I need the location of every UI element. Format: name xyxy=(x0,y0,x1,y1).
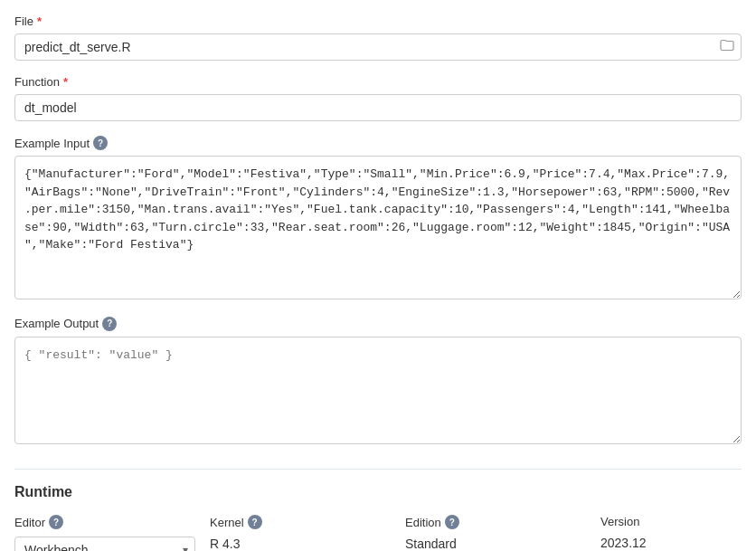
editor-select-wrapper: Workbench Jupyter VS Code ▾ xyxy=(14,537,195,551)
version-value: 2023.12 xyxy=(600,536,742,550)
editor-help-icon[interactable]: ? xyxy=(49,515,63,529)
edition-col-label: Edition ? xyxy=(405,515,586,529)
kernel-col: Kernel ? R 4.3 xyxy=(210,515,391,551)
kernel-help-icon[interactable]: ? xyxy=(248,515,262,529)
edition-help-icon[interactable]: ? xyxy=(445,515,459,529)
edition-value: Standard xyxy=(405,537,586,551)
editor-select[interactable]: Workbench Jupyter VS Code xyxy=(14,537,195,551)
editor-label-text: Editor xyxy=(14,516,45,529)
editor-col-label: Editor ? xyxy=(14,515,195,529)
example-input-help-icon[interactable]: ? xyxy=(93,136,108,150)
function-input[interactable] xyxy=(14,94,742,121)
function-field-group: Function * xyxy=(14,75,742,121)
folder-icon[interactable] xyxy=(720,39,734,56)
kernel-label-text: Kernel xyxy=(210,516,244,529)
version-col: Version 2023.12 xyxy=(600,515,742,550)
example-output-help-icon[interactable]: ? xyxy=(102,317,117,331)
editor-col: Editor ? Workbench Jupyter VS Code ▾ xyxy=(14,515,195,551)
example-input-label: Example Input ? xyxy=(14,136,742,150)
example-output-label-text: Example Output xyxy=(14,317,99,330)
edition-col: Edition ? Standard xyxy=(405,515,586,551)
runtime-title: Runtime xyxy=(14,484,742,500)
runtime-section: Runtime Editor ? Workbench Jupyter VS Co… xyxy=(14,469,742,551)
file-input[interactable] xyxy=(14,33,742,61)
example-output-textarea[interactable] xyxy=(14,337,742,445)
version-col-label: Version xyxy=(600,515,742,528)
example-output-label: Example Output ? xyxy=(14,317,742,331)
function-input-wrapper xyxy=(14,94,742,121)
example-input-field-group: Example Input ? xyxy=(14,136,742,302)
runtime-grid: Editor ? Workbench Jupyter VS Code ▾ Ker… xyxy=(14,515,742,551)
function-label: Function * xyxy=(14,75,742,89)
function-required-star: * xyxy=(63,75,68,89)
kernel-col-label: Kernel ? xyxy=(210,515,391,529)
example-output-field-group: Example Output ? xyxy=(14,317,742,448)
file-input-wrapper xyxy=(14,33,742,61)
file-required-star: * xyxy=(37,14,42,28)
version-label-text: Version xyxy=(600,515,639,528)
example-input-textarea[interactable] xyxy=(14,156,742,299)
file-field-group: File * xyxy=(14,14,742,61)
kernel-value: R 4.3 xyxy=(210,537,391,551)
edition-label-text: Edition xyxy=(405,516,441,529)
file-label: File * xyxy=(14,14,742,28)
function-label-text: Function xyxy=(14,75,60,89)
example-input-label-text: Example Input xyxy=(14,137,90,150)
file-label-text: File xyxy=(14,14,33,28)
